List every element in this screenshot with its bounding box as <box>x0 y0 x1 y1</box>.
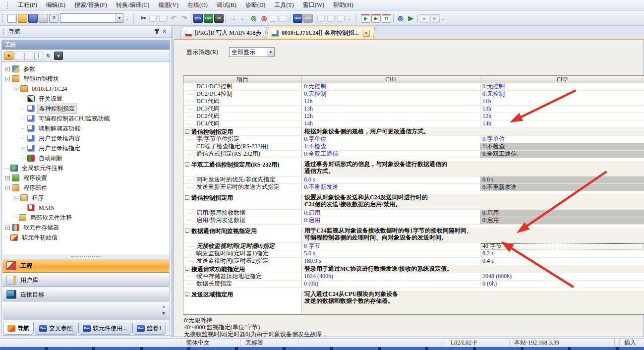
tree-item[interactable]: 各种控制指定 <box>2 104 169 114</box>
document-tab[interactable]: 0010:LJ71C24[]-各种控制指...× <box>267 27 375 39</box>
ch1-value-cell[interactable]: 11h <box>302 98 480 105</box>
workspace-button-用户库[interactable]: 用户库 <box>2 273 169 287</box>
io-find-icon[interactable]: HK <box>214 14 224 23</box>
expand-icon[interactable]: + <box>5 67 10 71</box>
tree-item[interactable]: 全局软元件注释 <box>2 163 169 173</box>
ch2-value-cell[interactable]: 0 (0h) <box>480 281 644 288</box>
function-combo-input[interactable]: ▼ <box>60 13 123 23</box>
ch2-value-cell[interactable]: 1:不检查 <box>480 143 644 150</box>
toolbar-overflow-chevron[interactable]: ⌄ <box>124 13 129 24</box>
dock-tab-导航[interactable]: 导航 <box>3 323 34 335</box>
collapse-icon[interactable]: − <box>185 162 189 167</box>
close-icon[interactable]: ✕ <box>161 28 169 35</box>
cut-icon[interactable]: ✂ <box>139 14 148 23</box>
ch1-value-cell[interactable]: 180.0 s <box>302 258 480 265</box>
monitor-stop-icon[interactable]: ▶ <box>371 14 381 23</box>
toolbar-overflow-chevron[interactable]: ⌄ <box>440 13 445 24</box>
tree-item-label[interactable]: 自动刷新 <box>37 154 64 163</box>
ch1-value-cell[interactable]: 0:全双工通信 <box>302 151 480 158</box>
tree-item-label[interactable]: 用户登录框内容 <box>37 134 82 143</box>
tree-item-label[interactable]: 开关设置 <box>37 94 64 104</box>
ch2-value-cell[interactable]: 11h <box>480 98 644 105</box>
dock-tab-监看1[interactable]: Dev监看1 <box>132 323 166 335</box>
ch2-value-cell[interactable]: 0:不重新发送 <box>480 184 644 191</box>
pin-icon[interactable] <box>153 28 161 35</box>
tree-item[interactable]: 自动刷新 <box>2 153 169 163</box>
ch1-value-cell[interactable]: 0 字节 <box>302 243 480 250</box>
ch2-value-cell[interactable]: 0:无控制 <box>480 83 644 90</box>
remote-operation-icon[interactable]: ◎ <box>259 14 269 23</box>
tree-item-label[interactable]: 调制解调器功能 <box>37 124 82 133</box>
menu-item-编辑(E)[interactable]: 编辑(E) <box>42 0 70 10</box>
expand-icon[interactable]: + <box>5 226 10 230</box>
expand-icon[interactable]: + <box>5 176 10 180</box>
ch1-value-cell[interactable]: 0:不重新发送 <box>302 184 480 191</box>
workspace-button-连接目标[interactable]: 连接目标 <box>2 288 169 301</box>
tree-item-label[interactable]: 程序设置 <box>22 174 49 183</box>
sort-filter-icon[interactable]: ▾ <box>54 52 63 60</box>
help-icon[interactable]: ? <box>49 14 59 23</box>
device-test-icon[interactable]: ▶ <box>406 14 415 23</box>
menu-item-视图(V)[interactable]: 视图(V) <box>154 0 183 10</box>
tree-item-label[interactable]: 软元件初始值 <box>20 233 59 242</box>
menu-item-工具(T)[interactable]: 工具(T) <box>270 0 298 10</box>
tree-item-label[interactable]: 程序 <box>30 193 45 203</box>
ch2-value-cell[interactable]: 0.4 s <box>480 258 644 265</box>
ch2-value-cell[interactable]: 40 字节 <box>480 243 644 250</box>
ch1-value-cell[interactable]: 0:字单位 <box>302 136 480 143</box>
collapse-icon[interactable]: − <box>185 195 189 200</box>
read-from-plc-icon[interactable]: ← <box>238 14 248 23</box>
tree-item[interactable]: 开关设置 <box>2 94 169 104</box>
collapse-icon[interactable]: − <box>185 267 189 271</box>
device-display-icon[interactable]: Dev <box>293 14 302 23</box>
ch1-value-cell[interactable]: 0:启用 <box>302 210 480 217</box>
chevron-down-icon[interactable]: ▼ <box>116 14 123 22</box>
workspace-button-工程[interactable]: 工程 <box>2 259 169 273</box>
tree-item-label[interactable]: 局部软元件注释 <box>29 213 73 223</box>
monitor-start-icon[interactable]: ▶ <box>361 14 370 23</box>
tree-item-label[interactable]: 可编程控制器CPU监视功能 <box>37 114 111 123</box>
pulse-monitor-icon[interactable]: ⊓ <box>382 14 391 23</box>
tree-item[interactable]: +软元件存储器 <box>2 223 169 233</box>
menu-item-转换/编译(C)[interactable]: 转换/编译(C) <box>112 0 154 10</box>
open-project-icon[interactable] <box>18 14 27 23</box>
refresh-view-icon[interactable]: ↻ <box>44 52 53 60</box>
collapse-icon[interactable]: − <box>185 229 189 233</box>
ch1-value-cell[interactable]: 1:不检查 <box>302 143 480 150</box>
tree-item-label[interactable]: 参数 <box>22 64 37 74</box>
dock-tab-交叉参照[interactable]: Dev交叉参照 <box>35 323 77 335</box>
display-filter-combo[interactable]: 全部显示 ▼ <box>229 47 275 57</box>
ch1-value-cell[interactable]: 5.0 s <box>302 250 480 257</box>
tree-item-label[interactable]: 全局软元件注释 <box>20 164 65 173</box>
ch2-value-cell[interactable]: 2048 (800h) <box>480 273 644 280</box>
collapse-icon[interactable]: − <box>185 292 189 296</box>
tree-item[interactable]: +程序设置 <box>2 173 169 183</box>
tree-item[interactable]: -程序部件 <box>2 183 169 193</box>
tree-item-label[interactable]: MAIN <box>37 204 56 212</box>
ch1-value-cell[interactable]: 14h <box>302 120 480 127</box>
ch2-value-cell[interactable]: 14h <box>480 120 644 127</box>
tree-item-label[interactable]: 用户登录框指定 <box>37 144 82 153</box>
tree-item[interactable]: -程序 <box>2 193 169 203</box>
tree-item-label[interactable]: 软元件存储器 <box>22 223 60 233</box>
collapse-icon[interactable]: − <box>185 129 189 134</box>
ch2-value-cell[interactable]: 0:无控制 <box>480 91 644 98</box>
ch2-value-cell[interactable]: 0.0 s <box>480 176 644 183</box>
expand-icon[interactable]: - <box>14 196 18 200</box>
tree-item[interactable]: 局部软元件注释 <box>2 213 169 223</box>
menu-item-工程(P)[interactable]: 工程(P) <box>13 0 42 10</box>
expand-chevron[interactable]: »▾ <box>162 303 165 316</box>
tree-item-label[interactable]: 程序部件 <box>22 183 49 193</box>
ch2-value-cell[interactable]: 0:字单位 <box>480 136 644 143</box>
expand-icon[interactable]: - <box>14 87 18 91</box>
write-to-plc-icon[interactable]: → <box>228 14 237 23</box>
tree-item[interactable]: 软元件初始值 <box>2 233 169 242</box>
tree-item[interactable]: -0010:LJ71C24 <box>2 84 169 94</box>
panel-splitter[interactable] <box>2 254 169 259</box>
chevron-down-icon[interactable]: ▼ <box>267 48 274 57</box>
save-project-icon[interactable] <box>28 14 38 23</box>
new-data-icon[interactable]: + <box>4 52 13 60</box>
document-tab[interactable]: [PRG]R 写入 MAIN 418步 <box>179 27 267 39</box>
tree-item[interactable]: 可编程控制器CPU监视功能 <box>2 114 169 123</box>
expand-icon[interactable]: - <box>5 186 10 190</box>
